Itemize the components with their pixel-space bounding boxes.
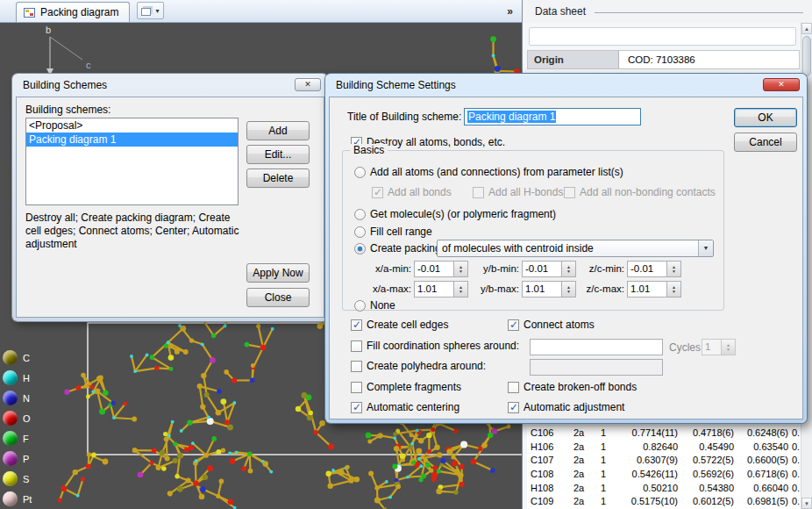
close-icon[interactable]: ✕	[763, 78, 800, 91]
yb-max-input[interactable]: 1.01 ▲▼	[522, 281, 576, 298]
radio-label: Fill cell range	[370, 226, 432, 238]
checkbox-label: Create broken-off bonds	[524, 381, 637, 393]
checkbox-icon	[351, 361, 362, 372]
list-label: Building schemes:	[25, 104, 110, 116]
scroll-thumb[interactable]	[802, 36, 811, 76]
table-cell: 0.6248(6)	[737, 427, 792, 441]
checkbox-label: Add all H-bonds	[488, 186, 563, 198]
chevron-down-icon: ▾	[155, 7, 159, 15]
element-legend: C H N O F P S Pt	[3, 348, 32, 509]
zc-max-input[interactable]: 1.01 ▲▼	[627, 281, 681, 298]
tab-packing-diagram[interactable]: Packing diagram	[16, 2, 130, 22]
apply-now-button[interactable]: Apply Now	[246, 263, 310, 283]
get-molecules-radio[interactable]: Get molecule(s) (or polymeric fragment)	[354, 208, 556, 220]
scroll-down-button[interactable]: ▼	[801, 498, 812, 509]
table-cell: 1	[592, 495, 615, 509]
table-cell: C109	[527, 495, 566, 509]
create-cell-edges-checkbox[interactable]: Create cell edges	[351, 319, 448, 331]
element-symbol: Pt	[23, 494, 32, 505]
atom-ball-icon	[3, 370, 18, 385]
spinner-buttons[interactable]: ▲▼	[666, 261, 681, 277]
table-row[interactable]: C1062a10.7714(11)0.4718(6)0.6248(6)0.	[527, 427, 801, 441]
cycles-spinner[interactable]: 1 ▲▼	[702, 339, 736, 355]
fill-cell-range-radio[interactable]: Fill cell range	[354, 226, 432, 238]
table-cell: 0.5722(5)	[681, 454, 737, 468]
atom-ball-icon	[3, 350, 18, 365]
radio-icon	[354, 209, 366, 220]
legend-item-S[interactable]: S	[3, 469, 32, 489]
table-row[interactable]: C1072a10.6307(9)0.5722(5)0.6600(5)0.	[527, 454, 801, 468]
list-item-selected[interactable]: Packing diagram 1	[26, 133, 238, 147]
zc-min-input[interactable]: -0.01 ▲▼	[627, 261, 681, 277]
coordination-spheres-input[interactable]	[530, 339, 663, 355]
dialog-body: Title of Building scheme: Packing diagra…	[329, 97, 803, 419]
atom-parameter-table: C1062a10.7714(11)0.4718(6)0.6248(6)0.H10…	[527, 427, 801, 509]
windows-icon	[141, 8, 151, 16]
table-cell: C107	[527, 454, 566, 468]
input-value: 1	[702, 339, 721, 355]
cycles-label: Cycles:	[669, 341, 703, 354]
legend-item-C[interactable]: C	[3, 348, 32, 368]
list-item[interactable]: <Proposal>	[26, 118, 238, 133]
packing-mode-dropdown[interactable]: of molecules with centroid inside ▼	[437, 240, 714, 257]
atom-ball-icon	[3, 451, 18, 466]
edit-button[interactable]: Edit...	[246, 145, 310, 164]
table-row[interactable]: C1092a10.5175(10)0.6012(5)0.6981(5)0.	[527, 495, 801, 509]
range-label-yb-min: y/b-min:	[467, 263, 519, 274]
schemes-listbox[interactable]: <Proposal> Packing diagram 1	[25, 118, 239, 205]
create-polyhedra-checkbox[interactable]: Create polyhedra around:	[351, 360, 486, 372]
ok-button[interactable]: OK	[734, 108, 797, 127]
radio-label: None	[370, 299, 395, 312]
spinner-buttons[interactable]: ▲▼	[666, 281, 681, 298]
range-label-zc-min: z/c-min:	[572, 263, 624, 274]
input-value: 1.01	[522, 281, 561, 298]
new-view-dropdown-button[interactable]: ▾	[137, 2, 164, 19]
fill-coordination-checkbox[interactable]: Fill coordination spheres around:	[351, 340, 519, 352]
svg-text:c: c	[86, 60, 91, 70]
table-row[interactable]: H1062a10.826400.454900.635400.	[527, 441, 801, 455]
range-label-yb-max: y/b-max:	[467, 283, 519, 294]
create-packing-radio[interactable]: Create packing	[354, 242, 441, 254]
broken-off-bonds-checkbox[interactable]: Create broken-off bonds	[508, 381, 637, 393]
complete-fragments-checkbox[interactable]: Complete fragments	[351, 381, 461, 393]
table-cell: 0.5175(10)	[615, 495, 681, 509]
spinner-buttons[interactable]: ▲▼	[721, 339, 736, 355]
table-row[interactable]: C1082a10.5426(11)0.5692(6)0.6718(6)0.	[527, 468, 801, 482]
yb-min-input[interactable]: -0.01 ▲▼	[522, 261, 576, 277]
add-button[interactable]: Add	[246, 121, 310, 140]
polyhedra-input[interactable]	[530, 359, 663, 376]
scroll-up-button[interactable]: ▲	[801, 23, 812, 34]
legend-item-P[interactable]: P	[3, 448, 32, 469]
add-all-bonds-checkbox[interactable]: Add all bonds	[372, 186, 452, 198]
table-row[interactable]: H1082a10.502100.543800.660400.	[527, 482, 801, 496]
cancel-button[interactable]: Cancel	[734, 133, 797, 152]
table-cell: 0.66040	[737, 482, 792, 496]
delete-button[interactable]: Delete	[246, 168, 310, 188]
connect-atoms-checkbox[interactable]: Connect atoms	[508, 319, 595, 331]
legend-item-N[interactable]: N	[3, 388, 32, 408]
add-all-atoms-radio[interactable]: Add all atoms (and connections) from par…	[354, 166, 623, 178]
xa-min-input[interactable]: -0.01 ▲▼	[414, 261, 468, 277]
legend-item-Pt[interactable]: Pt	[3, 489, 32, 509]
table-cell: 0.5692(6)	[681, 468, 737, 482]
none-radio[interactable]: None	[354, 299, 395, 312]
xa-max-input[interactable]: 1.01 ▲▼	[414, 281, 468, 298]
table-cell: 2a	[566, 468, 592, 482]
scheme-title-input[interactable]: Packing diagram 1	[464, 108, 641, 125]
legend-item-O[interactable]: O	[3, 408, 32, 428]
legend-item-H[interactable]: H	[3, 368, 32, 388]
tab-overflow-button[interactable]: »	[507, 5, 522, 18]
legend-item-F[interactable]: F	[3, 428, 32, 448]
element-symbol: C	[23, 353, 30, 363]
add-nonbonding-checkbox[interactable]: Add all non-bonding contacts	[564, 186, 716, 198]
close-button[interactable]: Close	[246, 288, 310, 307]
input-value: 1.01	[414, 281, 453, 298]
automatic-adjustment-checkbox[interactable]: Automatic adjustment	[508, 401, 624, 413]
add-all-hbonds-checkbox[interactable]: Add all H-bonds	[473, 186, 563, 198]
checkbox-label: Connect atoms	[524, 319, 595, 331]
checkbox-icon	[508, 402, 519, 413]
range-label-xa-max: x/a-max:	[359, 283, 411, 294]
close-icon[interactable]: ✕	[295, 78, 321, 91]
origin-row: Origin COD: 7103386	[527, 50, 800, 69]
automatic-centering-checkbox[interactable]: Automatic centering	[351, 401, 459, 413]
